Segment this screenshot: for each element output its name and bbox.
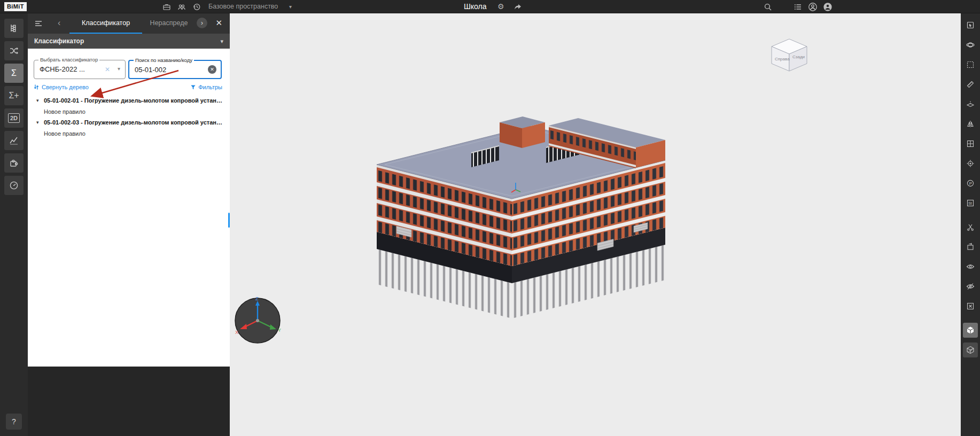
two-d-button[interactable]: 2D [4, 108, 24, 128]
panel-menu-icon[interactable] [34, 19, 43, 28]
left-toolbar: Σ Σ+ 2D ? [0, 13, 28, 436]
locate-button[interactable] [963, 156, 978, 171]
select-area-button[interactable] [963, 18, 978, 33]
tree-item-rule[interactable]: Новое правило [44, 130, 85, 137]
collapse-tree-link[interactable]: Свернуть дерево [33, 84, 89, 90]
viewcube-right-label: Справа [775, 57, 790, 61]
search-icon[interactable] [763, 2, 773, 12]
tree-caret-icon[interactable]: ▾ [36, 120, 39, 125]
links-button[interactable] [4, 41, 24, 60]
zoom-frame-button[interactable] [963, 57, 978, 72]
tree-caret-icon[interactable]: ▾ [36, 98, 39, 103]
plan-button[interactable]: P [963, 176, 978, 191]
tab-scroll-right-icon[interactable]: › [197, 18, 207, 28]
tab-unallocated[interactable]: Нераспреде [145, 13, 192, 34]
annotation-arrow [87, 67, 183, 100]
model-view-button[interactable] [963, 323, 978, 338]
share-icon[interactable] [513, 2, 523, 12]
building-model-3d[interactable] [230, 13, 961, 436]
classifier-panel: ‹ Классификатор Нераспреде › ✕ Классифик… [28, 13, 230, 436]
gizmo-z-label: Z [255, 296, 259, 301]
roof-penthouse [500, 116, 545, 148]
search-clear-icon[interactable]: ✕ [208, 65, 216, 74]
collapse-tree-label: Свернуть дерево [42, 84, 89, 90]
hide-button[interactable] [963, 279, 978, 294]
settings-gear-icon[interactable]: ⚙ [497, 0, 504, 13]
section-box-button[interactable] [963, 342, 978, 357]
tab-classifier[interactable]: Классификатор [69, 13, 142, 34]
isolate-button[interactable] [963, 299, 978, 314]
estimates-add-button[interactable]: Σ+ [4, 86, 24, 105]
filters-label: Фильтры [198, 84, 222, 90]
section-header[interactable]: Классификатор ▾ [28, 34, 230, 49]
show-all-button[interactable] [963, 259, 978, 274]
measure-button[interactable] [963, 77, 978, 92]
workspace-chevron-icon[interactable]: ▾ [289, 0, 292, 13]
tab-scroll-left-icon[interactable]: ‹ [58, 18, 60, 28]
classifier-select-value: ФСНБ-2022 ... [40, 60, 85, 78]
storey-button[interactable]: St [963, 196, 978, 211]
filter-icon [190, 84, 196, 90]
two-d-label: 2D [8, 113, 20, 123]
viewport-3d[interactable]: Справа Сзади Z Y X [230, 13, 961, 436]
section-plane-button[interactable] [963, 97, 978, 112]
estimates-button[interactable]: Σ [4, 64, 24, 83]
user-avatar-icon[interactable] [823, 2, 833, 12]
svg-text:St: St [968, 201, 972, 205]
orbit-gizmo[interactable]: Z Y X [232, 295, 286, 349]
workspace-selector[interactable]: Базовое пространство [208, 0, 278, 13]
briefcase-icon[interactable] [162, 2, 172, 12]
account-icon[interactable] [808, 2, 818, 12]
collapse-tree-icon [33, 84, 40, 90]
section-title: Классификатор [34, 37, 84, 45]
right-toolbar: P St [961, 13, 980, 436]
gizmo-y-label: Y [278, 328, 281, 333]
gizmo-x-label: X [235, 330, 238, 335]
section-collapse-chevron-icon[interactable]: ▾ [220, 34, 223, 49]
panel-resize-handle[interactable] [228, 213, 230, 228]
help-button[interactable]: ? [6, 414, 22, 430]
history-icon[interactable] [192, 2, 201, 12]
chart-button[interactable] [4, 131, 24, 150]
project-title: Школа [464, 0, 487, 13]
viewcube-back-label: Сзади [792, 54, 805, 59]
view-cube[interactable]: Справа Сзади [765, 34, 814, 76]
tree-item-rule[interactable]: Новое правило [44, 108, 85, 115]
svg-text:P: P [969, 181, 972, 186]
sync-view-button[interactable] [963, 239, 978, 254]
app-logo[interactable]: BiMiT [4, 2, 27, 11]
team-icon[interactable] [177, 2, 186, 12]
gauge-button[interactable] [4, 176, 24, 195]
orbit-button[interactable] [963, 37, 978, 52]
mirror-button[interactable] [963, 116, 978, 131]
tree-item-code[interactable]: 05-01-002-03 - Погружение дизель-молотом… [44, 119, 223, 126]
model-tree-button[interactable] [4, 19, 24, 38]
clip-button[interactable] [963, 220, 978, 235]
top-bar: BiMiT Базовое пространство ▾ Школа ⚙ [0, 0, 980, 13]
plugins-button[interactable] [4, 153, 24, 173]
list-icon[interactable] [793, 2, 803, 12]
panel-tab-bar: ‹ Классификатор Нераспреде › ✕ [28, 13, 230, 34]
grid-button[interactable] [963, 136, 978, 151]
panel-close-icon[interactable]: ✕ [215, 18, 222, 28]
filters-link[interactable]: Фильтры [190, 84, 222, 90]
classifier-content: Выбрать классификатор ФСНБ-2022 ... ✕ ▾ … [28, 49, 230, 367]
